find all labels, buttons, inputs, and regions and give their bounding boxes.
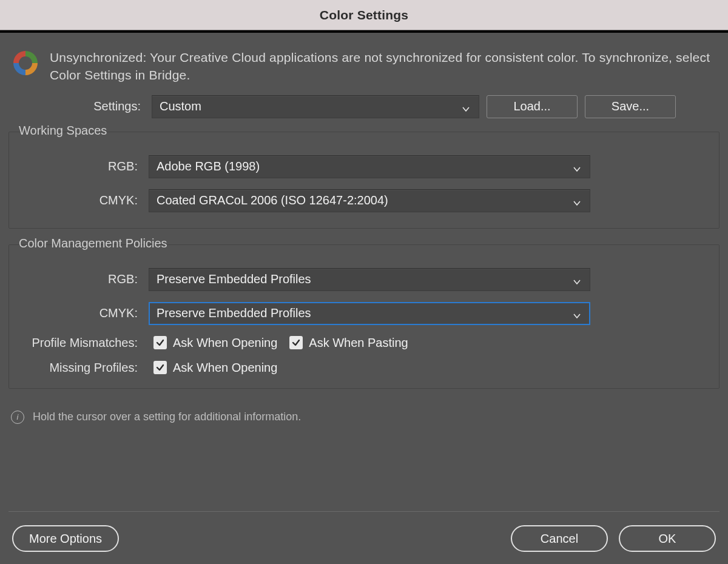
hint-text: Hold the cursor over a setting for addit… [33,411,301,423]
checkmark-icon [153,361,167,374]
settings-label: Settings: [11,99,144,113]
pol-cmyk-label: CMYK: [18,306,141,320]
ws-cmyk-value: Coated GRACoL 2006 (ISO 12647-2:2004) [157,193,388,207]
pol-rgb-value: Preserve Embedded Profiles [157,272,311,286]
info-icon: i [11,411,24,424]
sync-message: Unsynchronized: Your Creative Cloud appl… [50,49,717,84]
missing-ask-opening-checkbox[interactable]: Ask When Opening [153,361,277,375]
pol-cmyk-value: Preserve Embedded Profiles [157,306,311,320]
more-options-button[interactable]: More Options [12,525,119,552]
chevron-down-icon [573,163,581,171]
dialog-titlebar: Color Settings [0,0,728,30]
chevron-down-icon [462,102,470,111]
missing-ask-opening-label: Ask When Opening [173,361,277,375]
mismatch-ask-pasting-checkbox[interactable]: Ask When Pasting [289,336,408,350]
checkmark-icon [289,336,303,349]
dialog-title: Color Settings [320,8,408,22]
cancel-button[interactable]: Cancel [511,525,608,552]
pol-rgb-label: RGB: [18,272,141,286]
policies-legend: Color Management Policies [15,237,171,250]
missing-profiles-label: Missing Profiles: [18,361,141,375]
ws-rgb-label: RGB: [18,159,141,173]
working-spaces-legend: Working Spaces [15,124,110,138]
dialog-content: Unsynchronized: Your Creative Cloud appl… [0,33,728,564]
pol-rgb-dropdown[interactable]: Preserve Embedded Profiles [149,268,590,291]
sync-status-icon [11,49,40,78]
hint-row: i Hold the cursor over a setting for add… [11,411,717,424]
settings-dropdown[interactable]: Custom [152,95,479,118]
pol-cmyk-dropdown[interactable]: Preserve Embedded Profiles [149,302,590,325]
load-button[interactable]: Load... [487,95,578,118]
chevron-down-icon [573,196,581,205]
chevron-down-icon [573,275,581,284]
chevron-down-icon [573,309,581,318]
mismatch-ask-pasting-label: Ask When Pasting [309,336,408,350]
save-button[interactable]: Save... [585,95,676,118]
checkmark-icon [153,336,167,349]
profile-mismatches-label: Profile Mismatches: [18,336,141,350]
ws-rgb-value: Adobe RGB (1998) [157,159,260,173]
sync-info-row: Unsynchronized: Your Creative Cloud appl… [11,49,717,84]
ws-rgb-dropdown[interactable]: Adobe RGB (1998) [149,155,590,178]
working-spaces-group: Working Spaces RGB: Adobe RGB (1998) CMY… [8,132,720,229]
ws-cmyk-label: CMYK: [18,193,141,207]
policies-group: Color Management Policies RGB: Preserve … [8,244,720,389]
ws-cmyk-dropdown[interactable]: Coated GRACoL 2006 (ISO 12647-2:2004) [149,189,590,212]
settings-value: Custom [160,99,201,113]
dialog-footer: More Options Cancel OK [8,511,720,557]
ok-button[interactable]: OK [619,525,716,552]
settings-row: Settings: Custom Load... Save... [11,95,717,118]
mismatch-ask-opening-checkbox[interactable]: Ask When Opening [153,336,277,350]
mismatch-ask-opening-label: Ask When Opening [173,336,277,350]
